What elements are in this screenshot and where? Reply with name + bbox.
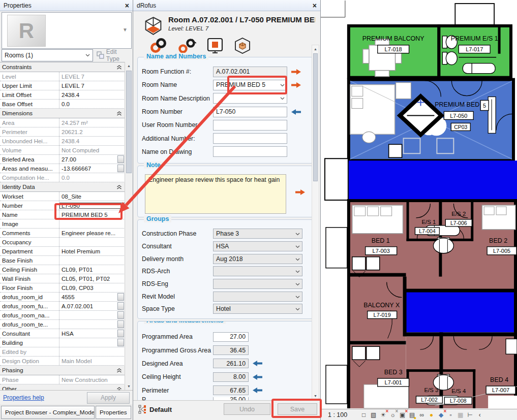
tab-project-browser[interactable]: Project Browser - Complex_Mode... xyxy=(1,406,95,419)
property-value[interactable]: -13.666667 xyxy=(59,166,116,172)
row-browse-button[interactable] xyxy=(117,311,124,319)
crop-view-icon[interactable]: ▣× xyxy=(398,410,407,419)
section-header-phasing[interactable]: Phasing xyxy=(0,366,125,375)
tab-properties[interactable]: Properties xyxy=(96,406,131,419)
pull-from-revit-arrow-icon[interactable] xyxy=(252,387,263,394)
sun-path-icon[interactable]: ☀× xyxy=(379,410,387,419)
shadows-icon[interactable]: ☼× xyxy=(388,410,397,419)
undo-button[interactable]: Undo xyxy=(224,403,270,415)
scrollbar-thumb[interactable] xyxy=(313,53,318,181)
section-header-identity-data[interactable]: Identity Data xyxy=(0,182,125,192)
property-value[interactable]: HSA xyxy=(59,331,116,337)
type-selector[interactable]: R ▼ xyxy=(2,12,132,49)
row-browse-button[interactable] xyxy=(117,339,124,346)
property-value[interactable]: CL09, PT01 xyxy=(59,267,125,273)
push-to-drofus-arrow-icon[interactable] xyxy=(291,82,301,88)
collapse-chevron[interactable]: ‹ xyxy=(475,410,484,419)
row-browse-button[interactable] xyxy=(117,320,124,328)
property-value[interactable]: PREMIUM BED 5 xyxy=(59,212,125,218)
property-value[interactable]: 27.00 xyxy=(59,156,116,163)
worksharing-display-icon[interactable]: ▦ xyxy=(456,410,465,419)
property-value[interactable]: A.07.02.001 xyxy=(59,303,116,309)
property-value[interactable]: CL05, PT01, PT02 xyxy=(59,276,125,282)
property-value[interactable]: 0.0 xyxy=(59,101,125,107)
scroll-up-icon[interactable]: ▲ xyxy=(312,45,319,53)
field-combobox[interactable]: Phase 3 xyxy=(213,229,302,239)
property-value[interactable]: L7-050 xyxy=(59,203,125,209)
field-combobox[interactable] xyxy=(213,279,302,289)
temporary-hide-isolate-icon[interactable]: ∞ xyxy=(417,410,426,419)
field-combobox[interactable] xyxy=(213,93,287,104)
field-combobox[interactable] xyxy=(213,292,302,302)
close-icon[interactable]: × xyxy=(125,2,129,9)
field-input[interactable]: 8.00 xyxy=(213,372,249,382)
drofus-scrollbar[interactable]: ▲ ▼ xyxy=(312,45,319,400)
field-input[interactable]: A.07.02.001 xyxy=(213,67,287,77)
collapse-chevron-icon[interactable] xyxy=(116,65,122,70)
properties-scrollbar[interactable]: ▲ ▼ xyxy=(125,62,133,390)
row-browse-button[interactable] xyxy=(117,293,124,301)
floor-plan-drawing[interactable]: PREMIUM BALCONY L7-018 PREMIUM E/S 1 L7-… xyxy=(321,0,517,409)
close-icon[interactable]: × xyxy=(313,2,317,9)
reveal-hidden-elements-icon[interactable]: ● xyxy=(427,410,436,419)
apply-button[interactable]: Apply xyxy=(87,392,130,404)
field-input[interactable]: 67.65 xyxy=(213,385,249,395)
property-value[interactable]: 08_Site xyxy=(59,193,125,200)
collapse-chevron-icon[interactable] xyxy=(116,111,122,116)
row-browse-button[interactable] xyxy=(117,330,124,337)
save-button[interactable]: Save xyxy=(278,403,317,415)
corridor[interactable] xyxy=(349,160,517,199)
pull-from-revit-arrow-icon[interactable] xyxy=(252,374,263,380)
open-room-in-drofus-icon[interactable] xyxy=(206,38,224,54)
crop-region-icon[interactable]: ▤● xyxy=(408,410,416,419)
field-combobox[interactable]: Aug 2018 xyxy=(213,254,302,264)
pull-from-revit-arrow-icon[interactable] xyxy=(252,360,263,367)
link-room-icon[interactable] xyxy=(149,38,168,53)
category-filter-combobox[interactable]: Rooms (1) xyxy=(2,49,93,61)
push-to-drofus-arrow-icon[interactable] xyxy=(291,69,301,75)
pull-from-revit-arrow-icon[interactable] xyxy=(291,109,301,115)
scroll-up-icon[interactable]: ▲ xyxy=(125,62,133,70)
row-browse-button[interactable] xyxy=(117,155,124,163)
analytical-model-icon[interactable]: ◆× xyxy=(437,410,445,419)
field-input[interactable] xyxy=(213,120,287,131)
unlink-room-icon[interactable] xyxy=(178,38,196,53)
properties-help-link[interactable]: Properties help xyxy=(3,394,44,401)
field-input[interactable] xyxy=(213,146,287,157)
field-input[interactable]: 36.45 xyxy=(213,345,249,355)
visual-style-icon[interactable]: ▧ xyxy=(369,410,378,419)
section-header-constraints[interactable]: Constraints xyxy=(0,62,125,72)
floor-plan-view[interactable]: PREMIUM BALCONY L7-018 PREMIUM E/S 1 L7-… xyxy=(321,0,517,420)
push-to-drofus-arrow-icon[interactable] xyxy=(295,188,306,198)
corridor-2[interactable] xyxy=(406,292,517,333)
chevron-down-icon[interactable]: ▼ xyxy=(123,27,128,33)
property-value[interactable]: Hotel Premium xyxy=(59,248,125,254)
section-header-dimensions[interactable]: Dimensions xyxy=(0,109,125,118)
scrollbar-thumb[interactable] xyxy=(126,71,132,173)
field-combobox[interactable]: Hotel xyxy=(213,304,302,314)
field-input[interactable]: 27.00 xyxy=(213,332,249,342)
row-browse-button[interactable] xyxy=(117,165,124,172)
field-combobox[interactable]: HSA xyxy=(213,241,302,251)
show-in-model-icon[interactable] xyxy=(234,38,251,54)
scroll-down-icon[interactable]: ▼ xyxy=(312,392,319,400)
profile-selector[interactable]: Default xyxy=(138,405,172,414)
note-textarea[interactable]: Engineer please review this space for he… xyxy=(145,174,286,214)
property-value[interactable]: 2438.4 xyxy=(59,92,125,98)
field-combobox[interactable] xyxy=(213,266,302,276)
row-browse-button[interactable] xyxy=(117,302,124,310)
detail-level-icon[interactable]: □ xyxy=(359,410,368,419)
property-value[interactable]: LEVEL 7 xyxy=(59,83,125,89)
collapse-chevron-icon[interactable] xyxy=(116,368,122,373)
property-value[interactable]: CL09, CP03 xyxy=(59,285,125,291)
field-input[interactable]: L7-050 xyxy=(213,107,287,117)
property-value[interactable]: Engineer please re... xyxy=(59,230,125,236)
field-input[interactable] xyxy=(213,133,287,144)
edit-type-button[interactable]: Edit Type xyxy=(97,48,131,62)
view-scale[interactable]: 1 : 100 xyxy=(328,411,347,418)
field-input[interactable]: 261.10 xyxy=(213,359,249,368)
field-combobox[interactable]: PREMIUM BED 5 xyxy=(213,80,287,90)
temporary-view-properties-icon[interactable]: ▫ xyxy=(446,410,455,419)
property-value[interactable]: 4555 xyxy=(59,294,116,300)
scroll-down-icon[interactable]: ▼ xyxy=(125,382,133,390)
